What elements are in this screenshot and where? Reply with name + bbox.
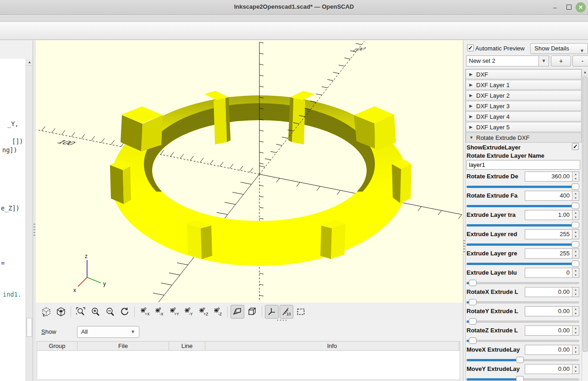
param-slider[interactable] <box>467 376 579 381</box>
preset-combobox[interactable]: New set 2 <box>466 55 539 66</box>
slider-handle[interactable] <box>469 299 477 305</box>
param-slider[interactable] <box>467 203 579 209</box>
minimize-button[interactable]: – <box>550 3 560 12</box>
slider-handle[interactable] <box>516 376 524 381</box>
perspective-icon[interactable] <box>231 305 244 319</box>
zoom-all-icon[interactable] <box>74 305 88 319</box>
customizer-scroll-thumb[interactable] <box>583 77 588 352</box>
zoom-out-icon[interactable] <box>103 305 117 319</box>
view-all-icon[interactable] <box>39 305 53 319</box>
column-header-group[interactable]: Group <box>37 342 77 350</box>
slider-track <box>467 282 579 284</box>
slider-handle[interactable] <box>572 183 579 190</box>
spin-arrows-icon[interactable]: ▲▼ <box>572 287 579 297</box>
param-spinbox[interactable]: 360.00 <box>525 171 572 182</box>
editor-scroll-thumb[interactable] <box>27 318 32 337</box>
param-slider[interactable] <box>467 337 579 344</box>
zoom-in-icon[interactable] <box>88 305 102 319</box>
show-crosshairs-icon[interactable] <box>294 305 308 319</box>
section-dxf-layer-1[interactable]: ▶DXF Layer 1 <box>466 80 582 90</box>
error-table[interactable]: GroupFileLineInfo <box>37 341 460 380</box>
param-spinbox[interactable]: 1.00 <box>525 210 572 220</box>
param-slider[interactable] <box>467 318 579 325</box>
spin-arrows-icon[interactable]: ▲▼ <box>572 229 579 239</box>
spin-arrows-icon[interactable]: ▲▼ <box>572 191 579 201</box>
show-filter-dropdown[interactable]: All ▼ <box>77 326 139 338</box>
details-dropdown[interactable]: Show Details ▼ <box>530 43 588 54</box>
param-spinbox[interactable]: 0.00 <box>525 306 572 316</box>
layer-name-input[interactable] <box>467 160 580 170</box>
maximize-button[interactable] <box>564 3 574 12</box>
param-spinbox[interactable]: 0.00 <box>525 364 572 374</box>
svg-text:y: y <box>103 281 106 287</box>
view-plus-z-icon[interactable]: +Z <box>196 305 210 319</box>
column-header-info[interactable]: Info <box>205 342 459 350</box>
slider-handle[interactable] <box>469 318 477 325</box>
remove-preset-button[interactable]: - <box>572 55 588 66</box>
scroll-up-icon[interactable]: ▲ <box>26 59 33 66</box>
param-slider[interactable] <box>467 260 579 267</box>
param-spinbox[interactable]: 255 <box>525 248 572 259</box>
add-preset-button[interactable]: + <box>551 55 571 66</box>
preset-dropdown-arrow[interactable]: ▼ <box>539 55 549 66</box>
view-minus-z-icon[interactable]: -Z <box>211 305 225 319</box>
code-fragment: ng]) <box>2 146 17 154</box>
spin-arrows-icon[interactable]: ▲▼ <box>572 248 579 259</box>
column-header-line[interactable]: Line <box>169 342 205 350</box>
automatic-preview-checkbox[interactable]: ✓ <box>467 44 474 51</box>
param-slider[interactable] <box>467 299 579 305</box>
param-spinbox[interactable]: 255 <box>525 229 572 239</box>
show-axes-icon[interactable] <box>265 305 279 319</box>
section-dxf[interactable]: ▶DXF <box>466 69 582 79</box>
view-plus-x-icon[interactable]: +X <box>137 305 151 319</box>
slider-handle[interactable] <box>469 280 477 286</box>
reset-view-icon[interactable] <box>54 305 68 319</box>
section-dxf-layer-5[interactable]: ▶DXF Layer 5 <box>466 122 582 132</box>
column-header-file[interactable]: File <box>77 342 169 350</box>
close-button[interactable]: ✕ <box>576 2 586 12</box>
slider-handle[interactable] <box>572 260 579 267</box>
scroll-up-icon[interactable]: ▲ <box>582 69 588 76</box>
slider-handle[interactable] <box>572 222 579 228</box>
spin-arrows-icon[interactable]: ▲▼ <box>572 364 579 374</box>
slider-handle[interactable] <box>572 241 579 248</box>
param-slider[interactable] <box>467 241 579 248</box>
customizer-scrollbar[interactable]: ▲ <box>582 69 588 381</box>
show-extrude-checkbox[interactable]: ✓ <box>572 143 579 150</box>
slider-handle[interactable] <box>516 357 524 363</box>
section-dxf-layer-4[interactable]: ▶DXF Layer 4 <box>466 111 582 121</box>
spin-arrows-icon[interactable]: ▲▼ <box>572 171 579 182</box>
spin-arrows-icon[interactable]: ▲▼ <box>572 345 579 355</box>
spin-arrows-icon[interactable]: ▲▼ <box>572 210 579 220</box>
viewport-3d[interactable]: 100100 z x y <box>36 40 463 303</box>
orthogonal-icon[interactable] <box>245 305 259 319</box>
param-spinbox[interactable]: 0.00 <box>525 287 572 297</box>
customizer-splitter[interactable] <box>463 240 465 252</box>
param-slider[interactable] <box>467 280 579 286</box>
section-dxf-layer-2[interactable]: ▶DXF Layer 2 <box>466 90 582 100</box>
view-minus-y-icon[interactable]: -Y <box>181 305 195 319</box>
spin-arrows-icon[interactable]: ▲▼ <box>572 326 579 336</box>
rotate-view-icon[interactable] <box>118 305 132 319</box>
spin-arrows-icon[interactable]: ▲▼ <box>572 268 579 278</box>
slider-handle[interactable] <box>469 337 477 344</box>
editor-scrollbar[interactable]: ▲ <box>26 59 33 381</box>
param-slider[interactable] <box>467 357 579 363</box>
param-spinbox[interactable]: 0.00 <box>525 345 572 355</box>
section-label: DXF Layer 1 <box>476 82 510 88</box>
editor-splitter[interactable] <box>33 224 35 236</box>
show-scale-markers-icon[interactable]: 10 <box>280 305 293 319</box>
param-spinbox[interactable]: 0.00 <box>525 326 572 336</box>
code-editor[interactable]: _Y,[])ng])e_Z])=ind1. ▲ <box>0 40 33 381</box>
param-slider[interactable] <box>467 183 579 190</box>
param-spinbox[interactable]: 400 <box>525 191 572 201</box>
section-dxf-layer-3[interactable]: ▶DXF Layer 3 <box>466 101 582 111</box>
param-slider[interactable] <box>467 222 579 228</box>
view-plus-y-icon[interactable]: +Y <box>167 305 181 319</box>
param-label: Extrude Layer tra <box>467 211 525 218</box>
view-minus-x-icon[interactable]: -X <box>152 305 166 319</box>
spin-arrows-icon[interactable]: ▲▼ <box>572 306 579 316</box>
slider-handle[interactable] <box>572 203 579 209</box>
section-rotate-extrude-dxf[interactable]: ▼Rotate Extrude DXF <box>466 133 582 143</box>
param-spinbox[interactable]: 0 <box>525 268 572 278</box>
